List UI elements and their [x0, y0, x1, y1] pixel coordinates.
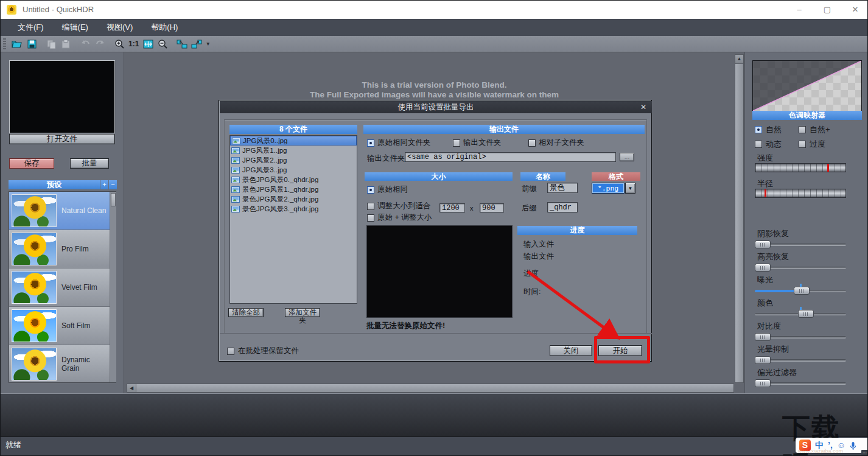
horizontal-scrollbar[interactable]: ◀ [127, 384, 734, 393]
size-same-as-original[interactable]: 原始相同 [367, 184, 408, 195]
radio-icon[interactable] [528, 139, 536, 147]
file-row[interactable]: 景色JPG风景0._qhdr.jpg [230, 175, 357, 184]
file-list[interactable]: JPG风景0..jpg JPG风景1..jpg JPG风景2..jpg JPG风… [229, 135, 357, 304]
output-folder-field[interactable]: <same as original> [405, 152, 616, 162]
vertical-scrollbar[interactable]: ▲ [735, 54, 744, 383]
remove-preset-button[interactable]: − [109, 180, 117, 189]
slider-indicator[interactable] [765, 189, 766, 197]
exposure-slider[interactable] [755, 290, 846, 292]
preset-scrollbar[interactable] [110, 192, 116, 382]
keep-files-option[interactable]: 在批处理保留文件 [227, 346, 299, 356]
resize-height-field[interactable]: 900 [480, 203, 504, 212]
slider-thumb[interactable] [755, 379, 771, 387]
open-file-icon[interactable] [10, 38, 24, 50]
radio-icon[interactable] [799, 141, 806, 148]
preset-item[interactable]: Dynamic Grain [9, 345, 110, 383]
menu-view[interactable]: 视图(V) [99, 19, 140, 36]
shadow-recovery-slider[interactable] [755, 244, 846, 246]
open-file-button[interactable]: 打开文件 [9, 134, 115, 144]
preset-item[interactable]: Velvet Film [9, 268, 110, 307]
clear-all-button[interactable]: 清除全部 [228, 308, 264, 317]
preset-item[interactable]: Soft Film [9, 307, 110, 345]
preset-item[interactable]: Natural Clean [9, 192, 110, 230]
scrollbar-thumb[interactable] [735, 63, 743, 382]
format-select[interactable]: *.png [592, 183, 625, 194]
resize-width-field[interactable]: 1200 [439, 203, 465, 212]
polarizer-slider[interactable] [755, 382, 846, 385]
menu-help[interactable]: 帮助(H) [144, 19, 185, 36]
slider-thumb[interactable] [794, 287, 810, 295]
checkbox-icon[interactable] [227, 348, 234, 355]
select-original-icon[interactable] [175, 38, 189, 50]
ime-more-icon[interactable]: ⋯ [861, 450, 868, 456]
option-relative-subfolder[interactable]: 相对子文件夹 [528, 138, 584, 148]
scroll-left-icon[interactable]: ◀ [127, 384, 136, 392]
file-row[interactable]: 景色JPG风景3._qhdr.jpg [230, 204, 357, 214]
slider-thumb[interactable] [755, 356, 771, 364]
scrollbar-thumb[interactable] [136, 384, 733, 392]
file-row[interactable]: 景色JPG风景1._qhdr.jpg [230, 184, 357, 194]
option-same-folder[interactable]: 原始相同文件夹 [367, 138, 431, 148]
strength-slider[interactable] [755, 163, 846, 172]
scrollbar-thumb[interactable] [111, 193, 116, 206]
toolbar-grip[interactable] [3, 38, 6, 49]
highlight-recovery-slider[interactable] [755, 267, 846, 269]
halo-suppression-slider[interactable] [755, 359, 846, 362]
format-dropdown-arrow-icon[interactable]: ▼ [625, 183, 635, 194]
slider-thumb[interactable] [755, 333, 771, 341]
mode-dynamic[interactable]: 动态 [755, 139, 782, 150]
contrast-slider[interactable] [755, 336, 846, 338]
color-slider[interactable] [755, 313, 846, 315]
radio-icon[interactable] [453, 139, 460, 147]
toolbar-overflow-icon[interactable]: ▾ [206, 41, 209, 47]
preset-item[interactable]: Pro Film [9, 230, 110, 268]
slider-indicator[interactable] [827, 164, 829, 172]
save-button[interactable]: 保存 [9, 158, 54, 169]
radio-icon[interactable] [799, 126, 806, 133]
add-folder-button[interactable]: 添加文件夹 [285, 308, 320, 317]
size-original-plus-resized[interactable]: 原始 + 调整大小 [367, 212, 432, 223]
file-row[interactable]: JPG风景1..jpg [230, 146, 357, 155]
ime-microphone-icon[interactable] [850, 438, 856, 453]
batch-button[interactable]: 批量 [70, 158, 109, 169]
add-preset-button[interactable]: + [100, 180, 108, 189]
menu-edit[interactable]: 编辑(E) [55, 19, 96, 36]
scroll-up-icon[interactable]: ▲ [735, 55, 743, 63]
select-result-icon[interactable] [190, 38, 203, 50]
slider-thumb[interactable] [755, 240, 771, 248]
size-resize-to-fit[interactable]: 调整大小到适合 [367, 201, 431, 211]
close-button[interactable]: ✕ [842, 1, 868, 19]
dialog-close-icon[interactable]: ✕ [635, 101, 651, 113]
slider-thumb[interactable] [755, 264, 771, 272]
zoom-in-icon[interactable] [113, 38, 126, 50]
mode-overdone[interactable]: 过度 [799, 139, 825, 150]
radio-icon[interactable] [367, 139, 374, 147]
fit-to-window-icon[interactable] [141, 38, 155, 50]
browse-button[interactable]: ... [620, 153, 634, 161]
mode-natural-plus[interactable]: 自然+ [799, 124, 830, 135]
file-row[interactable]: JPG风景0..jpg [230, 136, 357, 146]
suffix-field[interactable]: _qhdr [547, 202, 578, 212]
save-icon[interactable] [25, 38, 38, 50]
radio-icon[interactable] [755, 141, 762, 148]
minimize-button[interactable]: – [786, 1, 813, 19]
file-name: JPG风景3..jpg [242, 166, 287, 175]
halo-suppression-label: 光晕抑制 [757, 344, 789, 355]
file-row[interactable]: 景色JPG风景2._qhdr.jpg [230, 194, 357, 204]
file-row[interactable]: JPG风景2..jpg [230, 155, 357, 165]
radius-slider[interactable] [755, 189, 846, 198]
maximize-button[interactable]: ▢ [814, 1, 841, 19]
zoom-ratio-button[interactable]: 1:1 [127, 40, 141, 48]
radio-icon[interactable] [367, 186, 374, 194]
mode-natural[interactable]: 自然 [755, 124, 782, 135]
radio-icon[interactable] [367, 203, 374, 210]
file-row[interactable]: JPG风景3..jpg [230, 165, 357, 175]
radio-icon[interactable] [755, 126, 762, 133]
option-output-folder[interactable]: 输出文件夹 [453, 138, 502, 148]
zoom-out-icon[interactable] [156, 38, 169, 50]
slider-thumb[interactable] [798, 310, 814, 318]
prefix-field[interactable]: 景色 [547, 183, 578, 193]
source-preview [9, 60, 115, 133]
radio-icon[interactable] [367, 214, 374, 222]
menu-file[interactable]: 文件(F) [10, 19, 51, 36]
